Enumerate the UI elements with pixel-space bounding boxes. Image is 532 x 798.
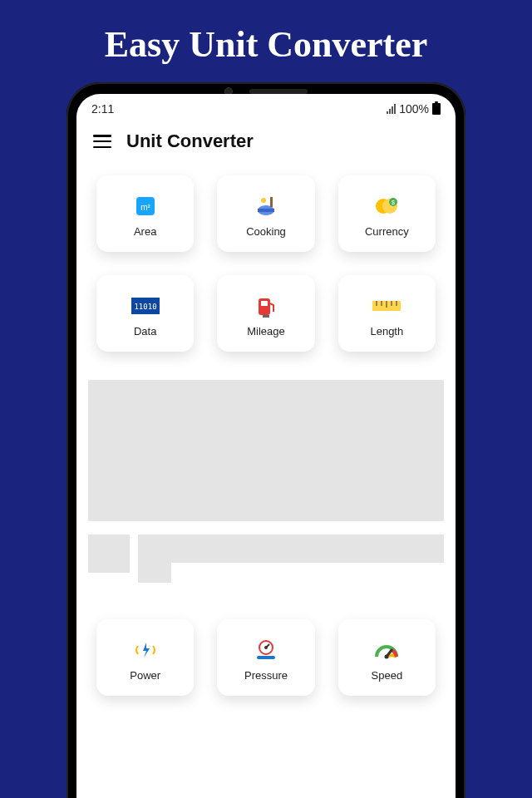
card-label: Power [130, 669, 160, 682]
svg-rect-13 [261, 301, 268, 306]
speed-icon [372, 636, 401, 664]
battery-icon [432, 103, 441, 115]
category-grid-top: m² Area Cooking $ Currency 11010 [76, 164, 456, 367]
card-cooking[interactable]: Cooking [217, 175, 314, 252]
phone-screen: 2:11 100% Unit Converter m² Area [76, 94, 456, 798]
data-icon: 11010 [131, 292, 160, 320]
card-pressure[interactable]: Pressure [217, 619, 314, 696]
menu-icon[interactable] [93, 135, 111, 148]
power-icon [131, 636, 160, 664]
pressure-icon [252, 636, 280, 664]
card-length[interactable]: Length [338, 275, 436, 352]
category-grid-bottom: Power Pressure Speed [76, 608, 456, 711]
status-bar: 2:11 100% [76, 94, 456, 119]
card-label: Currency [365, 225, 409, 238]
svg-point-5 [261, 198, 266, 203]
currency-icon: $ [372, 192, 401, 220]
card-label: Mileage [247, 325, 285, 337]
card-speed[interactable]: Speed [338, 619, 436, 696]
svg-rect-14 [263, 315, 269, 318]
app-header: Unit Converter [76, 119, 456, 164]
card-label: Length [370, 325, 403, 337]
svg-rect-4 [270, 197, 273, 207]
card-label: Data [134, 325, 156, 337]
svg-text:$: $ [392, 200, 395, 205]
phone-frame: 2:11 100% Unit Converter m² Area [66, 82, 466, 798]
card-label: Speed [372, 669, 403, 682]
mileage-icon [252, 292, 280, 320]
promo-title: Easy Unit Converter [0, 0, 532, 82]
signal-icon [387, 104, 396, 114]
card-data[interactable]: 11010 Data [96, 275, 194, 352]
length-icon [372, 292, 401, 320]
card-power[interactable]: Power [96, 619, 194, 696]
card-label: Cooking [246, 225, 286, 238]
svg-text:11010: 11010 [134, 303, 156, 311]
svg-point-23 [264, 646, 268, 649]
status-battery-text: 100% [399, 102, 429, 116]
card-currency[interactable]: $ Currency [338, 175, 436, 252]
area-icon: m² [131, 192, 160, 220]
card-label: Pressure [244, 669, 288, 682]
ad-placeholder [88, 380, 444, 521]
status-time: 2:11 [91, 102, 114, 116]
card-mileage[interactable]: Mileage [217, 275, 314, 352]
ad-placeholder-2 [88, 534, 444, 593]
app-title: Unit Converter [126, 131, 254, 152]
cooking-icon [252, 192, 280, 220]
svg-rect-24 [257, 656, 275, 659]
svg-text:m²: m² [140, 203, 150, 212]
svg-rect-3 [258, 209, 274, 212]
card-label: Area [134, 225, 156, 238]
svg-point-26 [385, 654, 389, 658]
card-area[interactable]: m² Area [96, 175, 194, 252]
